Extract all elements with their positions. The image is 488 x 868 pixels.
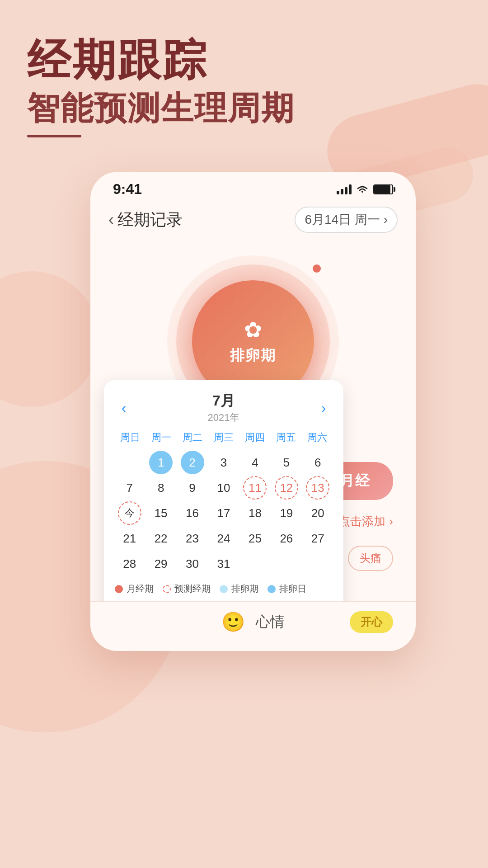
calendar-month-year: 7月 2021年 (208, 391, 240, 425)
weekday-sun: 周日 (115, 428, 146, 447)
cal-day-7[interactable]: 7 (118, 476, 141, 500)
weekday-mon: 周一 (146, 428, 177, 447)
legend-label-ovulation-period: 排卵期 (231, 583, 258, 595)
calendar-overlay: ‹ 7月 2021年 › 周日 周一 周二 周三 周四 周五 周六 1 2 3 … (104, 380, 343, 624)
calendar-month: 7月 (208, 391, 240, 411)
cal-day-10[interactable]: 10 (212, 476, 235, 500)
signal-bars-icon (337, 184, 352, 194)
cal-day-empty-3 (275, 552, 298, 576)
hero-title-sub: 智能预测生理周期 (27, 89, 295, 127)
phase-label: 排卵期 (230, 346, 276, 366)
calendar-next-button[interactable]: › (314, 400, 333, 416)
cal-day-empty-2 (243, 552, 267, 576)
cal-day-6[interactable]: 6 (306, 451, 329, 474)
legend-predicted: 预测经期 (163, 583, 211, 595)
cal-day-16[interactable]: 16 (181, 501, 204, 525)
hero-underline (27, 135, 81, 137)
status-bar: 9:41 (90, 172, 416, 202)
weekday-thu: 周四 (239, 428, 270, 447)
status-time: 9:41 (113, 181, 142, 198)
cal-day-24[interactable]: 24 (212, 527, 235, 550)
flower-icon: ✿ (244, 317, 262, 342)
cal-day-5[interactable]: 5 (275, 451, 298, 474)
legend-ovulation-day: 排卵日 (267, 583, 306, 595)
cal-day-27[interactable]: 27 (306, 527, 329, 550)
cal-day-25[interactable]: 25 (243, 527, 267, 550)
calendar-days: 1 2 3 4 5 6 7 8 9 10 11 12 13 今 15 16 17… (115, 451, 333, 576)
cal-day-30[interactable]: 30 (181, 552, 204, 576)
dot-top-right (313, 264, 321, 273)
cal-day-19[interactable]: 19 (275, 501, 298, 525)
cal-day-2[interactable]: 2 (181, 451, 204, 474)
hero-title-main: 经期跟踪 (27, 36, 295, 84)
calendar-header: ‹ 7月 2021年 › (115, 391, 333, 425)
phone-mockup: 9:41 ‹ 经期记录 6月14日 周一 › (90, 172, 416, 651)
mood-bar: 🙂 心情 开心 (90, 601, 416, 651)
cal-day-empty-4 (306, 552, 329, 576)
legend-dot-red (115, 585, 123, 593)
cal-day-empty (118, 451, 141, 474)
cal-day-13[interactable]: 13 (306, 476, 329, 500)
weekday-wed: 周三 (208, 428, 239, 447)
weekday-tue: 周二 (177, 428, 208, 447)
legend-ovulation-period: 排卵期 (220, 583, 258, 595)
calendar-prev-button[interactable]: ‹ (115, 400, 133, 416)
cal-day-3[interactable]: 3 (212, 451, 235, 474)
legend-label-ovulation-day: 排卵日 (279, 583, 306, 595)
mood-badge[interactable]: 开心 (350, 611, 393, 633)
nav-bar: ‹ 经期记录 6月14日 周一 › (90, 202, 416, 242)
status-icons (337, 184, 393, 194)
hero-section: 经期跟踪 智能预测生理周期 (27, 36, 295, 137)
bg-decoration-4 (0, 271, 99, 407)
weekday-sat: 周六 (301, 428, 333, 447)
legend-period: 月经期 (115, 583, 154, 595)
calendar-year: 2021年 (208, 411, 240, 425)
nav-date[interactable]: 6月14日 周一 › (295, 207, 398, 233)
cal-day-18[interactable]: 18 (243, 501, 267, 525)
calendar-legend: 月经期 预测经期 排卵期 排卵日 (115, 583, 333, 595)
legend-dot-dashed (163, 585, 171, 593)
back-chevron-icon: ‹ (108, 210, 114, 229)
cal-day-17[interactable]: 17 (212, 501, 235, 525)
legend-dot-light-blue (220, 585, 228, 593)
mood-emoji-icon: 🙂 (221, 611, 245, 633)
cal-day-31[interactable]: 31 (212, 552, 235, 576)
add-link[interactable]: 点击添加 › (338, 514, 393, 529)
legend-dot-blue (267, 585, 276, 593)
cal-day-8[interactable]: 8 (149, 476, 173, 500)
cal-day-21[interactable]: 21 (118, 527, 141, 550)
mood-label: 心情 (256, 612, 285, 632)
cal-day-1[interactable]: 1 (149, 451, 173, 474)
cal-day-20[interactable]: 20 (306, 501, 329, 525)
wifi-icon (356, 184, 369, 194)
cal-day-29[interactable]: 29 (149, 552, 173, 576)
cal-day-11[interactable]: 11 (243, 476, 267, 500)
battery-icon (373, 184, 393, 194)
cal-day-9[interactable]: 9 (181, 476, 204, 500)
cal-day-26[interactable]: 26 (275, 527, 298, 550)
cal-day-23[interactable]: 23 (181, 527, 204, 550)
calendar-weekdays: 周日 周一 周二 周三 周四 周五 周六 (115, 428, 333, 447)
nav-date-arrow-icon: › (384, 212, 388, 226)
cal-day-28[interactable]: 28 (118, 552, 141, 576)
cal-day-12[interactable]: 12 (275, 476, 298, 500)
legend-label-predicted: 预测经期 (174, 583, 211, 595)
nav-back-button[interactable]: ‹ 经期记录 (108, 209, 183, 231)
nav-title: 经期记录 (117, 209, 183, 231)
cal-day-15[interactable]: 15 (149, 501, 173, 525)
cal-day-today[interactable]: 今 (118, 501, 141, 525)
weekday-fri: 周五 (270, 428, 301, 447)
add-link-arrow-icon: › (389, 514, 393, 528)
legend-label-period: 月经期 (127, 583, 154, 595)
cal-day-4[interactable]: 4 (243, 451, 267, 474)
cal-day-22[interactable]: 22 (149, 527, 173, 550)
symptom-tag-1[interactable]: 头痛 (348, 546, 393, 571)
